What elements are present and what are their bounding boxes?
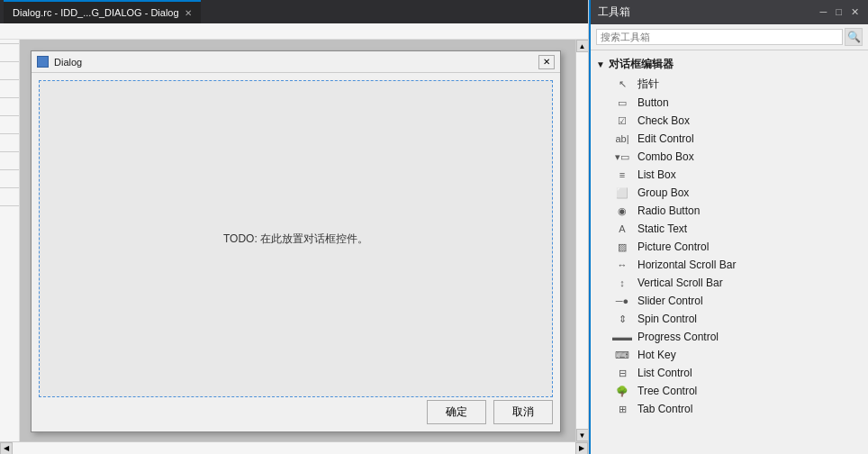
toolbox-header-controls: ─ □ ✕	[818, 6, 861, 18]
tree-icon: 🌳	[614, 384, 630, 398]
canvas-area: Dialog ✕ TODO: 在此放置对话框控件。 确定 取消 ▲	[0, 40, 588, 441]
radio-icon: ◉	[614, 204, 630, 218]
toolbox-item-picture[interactable]: ▨Picture Control	[591, 238, 868, 256]
listbox-icon: ≡	[614, 168, 630, 182]
v-tick	[0, 169, 19, 187]
toolbox-pin-button[interactable]: ─	[818, 6, 829, 18]
list-icon: ⊟	[614, 366, 630, 380]
toolbox-item-label-tab: Tab Control	[637, 403, 692, 415]
toolbox-item-tab[interactable]: ⊞Tab Control	[591, 400, 868, 418]
v-tick	[0, 187, 19, 205]
toolbox-search-input[interactable]	[596, 29, 843, 45]
toolbox-title: 工具箱	[598, 5, 630, 20]
slider-icon: ─●	[614, 294, 630, 308]
toolbox-item-vscroll[interactable]: ↕Vertical Scroll Bar	[591, 274, 868, 292]
toolbox-item-radio[interactable]: ◉Radio Button	[591, 202, 868, 220]
toolbox-item-label-progress: Progress Control	[637, 331, 719, 343]
toolbox-item-label-vscroll: Vertical Scroll Bar	[637, 277, 723, 289]
v-tick	[0, 61, 19, 79]
toolbox-item-label-slider: Slider Control	[637, 295, 703, 307]
toolbox-tree: ▼ 对话框编辑器 ↖指针▭Button☑Check Boxab|Edit Con…	[591, 50, 868, 454]
picture-icon: ▨	[614, 240, 630, 254]
scroll-track	[576, 52, 588, 429]
toolbox-header: 工具箱 ─ □ ✕	[591, 0, 868, 24]
toolbox-item-label-tree: Tree Control	[637, 385, 697, 397]
v-tick	[0, 97, 19, 115]
tab-bar: Dialog.rc - IDD_...G_DIALOG - Dialog ✕	[0, 0, 588, 23]
toolbox-item-label-picture: Picture Control	[637, 241, 709, 253]
spin-icon: ⇕	[614, 312, 630, 326]
hscroll-icon: ↔	[614, 258, 630, 272]
toolbox-item-label-listbox: List Box	[637, 168, 676, 181]
toolbox-item-label-button: Button	[637, 96, 669, 109]
v-tick	[0, 115, 19, 133]
scroll-up-arrow[interactable]: ▲	[576, 40, 589, 52]
toolbox-section-header[interactable]: ▼ 对话框编辑器	[591, 54, 868, 75]
toolbox-item-groupbox[interactable]: ⬜Group Box	[591, 184, 868, 202]
toolbox-item-button[interactable]: ▭Button	[591, 94, 868, 112]
tab-dialog[interactable]: Dialog.rc - IDD_...G_DIALOG - Dialog ✕	[4, 0, 201, 23]
toolbox-item-label-groupbox: Group Box	[637, 186, 689, 199]
dialog-close-button[interactable]: ✕	[538, 55, 555, 69]
hotkey-icon: ⌨	[614, 348, 630, 362]
v-tick	[0, 133, 19, 151]
combo-icon: ▾▭	[614, 150, 630, 164]
v-tick	[0, 79, 19, 97]
toolbox-items-container: ↖指针▭Button☑Check Boxab|Edit Control▾▭Com…	[591, 75, 868, 418]
h-scroll-track	[13, 442, 575, 454]
toolbox-item-spin[interactable]: ⇕Spin Control	[591, 310, 868, 328]
dialog-canvas: Dialog ✕ TODO: 在此放置对话框控件。 确定 取消	[20, 40, 575, 441]
v-tick	[0, 43, 19, 61]
toolbox-item-cursor[interactable]: ↖指针	[591, 75, 868, 94]
toolbox-item-label-cursor: 指针	[637, 77, 659, 92]
dialog-titlebar: Dialog ✕	[32, 51, 560, 73]
toolbox-item-slider[interactable]: ─●Slider Control	[591, 292, 868, 310]
toolbox-item-label-hscroll: Horizontal Scroll Bar	[637, 259, 736, 271]
toolbox-item-hscroll[interactable]: ↔Horizontal Scroll Bar	[591, 256, 868, 274]
toolbox-float-button[interactable]: □	[834, 6, 844, 18]
dialog-cancel-button[interactable]: 取消	[493, 400, 553, 424]
tab-close-icon[interactable]: ✕	[185, 8, 192, 18]
v-tick	[0, 151, 19, 169]
toolbox-item-label-radio: Radio Button	[637, 204, 700, 217]
dialog-body: TODO: 在此放置对话框控件。	[39, 80, 553, 397]
ide-area: Dialog.rc - IDD_...G_DIALOG - Dialog ✕	[0, 0, 589, 454]
scroll-down-arrow[interactable]: ▼	[576, 429, 589, 441]
toolbox-item-checkbox[interactable]: ☑Check Box	[591, 112, 868, 130]
toolbox-item-label-combo: Combo Box	[637, 150, 694, 163]
statictext-icon: A	[614, 222, 630, 236]
toolbox-item-label-statictext: Static Text	[637, 222, 687, 235]
toolbox-panel: 工具箱 ─ □ ✕ 🔍 ▼ 对话框编辑器 ↖指针▭Button☑Check Bo…	[589, 0, 868, 454]
bottom-scrollbar[interactable]: ◀ ▶	[0, 441, 588, 454]
checkbox-icon: ☑	[614, 114, 630, 128]
tab-icon: ⊞	[614, 402, 630, 416]
toolbox-item-label-edit: Edit Control	[637, 132, 694, 145]
tab-label: Dialog.rc - IDD_...G_DIALOG - Dialog	[13, 7, 179, 18]
toolbox-item-combo[interactable]: ▾▭Combo Box	[591, 148, 868, 166]
canvas-scrollbar[interactable]: ▲ ▼	[575, 40, 588, 441]
dialog-confirm-button[interactable]: 确定	[427, 400, 486, 424]
toolbox-item-tree[interactable]: 🌳Tree Control	[591, 382, 868, 400]
vertical-ruler	[0, 40, 20, 441]
scroll-left-arrow[interactable]: ◀	[0, 442, 13, 455]
progress-icon: ▬▬	[614, 330, 630, 344]
vscroll-icon: ↕	[614, 276, 630, 290]
expand-arrow-icon: ▼	[596, 59, 605, 69]
ruler	[0, 23, 588, 40]
scroll-right-arrow[interactable]: ▶	[575, 442, 588, 455]
groupbox-icon: ⬜	[614, 186, 630, 200]
toolbox-item-list[interactable]: ⊟List Control	[591, 364, 868, 382]
dialog-window: Dialog ✕ TODO: 在此放置对话框控件。 确定 取消	[31, 50, 561, 432]
toolbox-item-hotkey[interactable]: ⌨Hot Key	[591, 346, 868, 364]
toolbox-item-label-hotkey: Hot Key	[637, 349, 676, 361]
toolbox-item-label-list: List Control	[637, 367, 692, 379]
search-icon[interactable]: 🔍	[845, 28, 863, 46]
edit-icon: ab|	[614, 132, 630, 146]
button-icon: ▭	[614, 95, 630, 110]
toolbox-item-statictext[interactable]: AStatic Text	[591, 220, 868, 238]
toolbox-item-progress[interactable]: ▬▬Progress Control	[591, 328, 868, 346]
toolbox-close-button[interactable]: ✕	[849, 6, 861, 18]
toolbox-item-edit[interactable]: ab|Edit Control	[591, 130, 868, 148]
toolbox-item-listbox[interactable]: ≡List Box	[591, 166, 868, 184]
dialog-todo-text: TODO: 在此放置对话框控件。	[223, 232, 368, 247]
